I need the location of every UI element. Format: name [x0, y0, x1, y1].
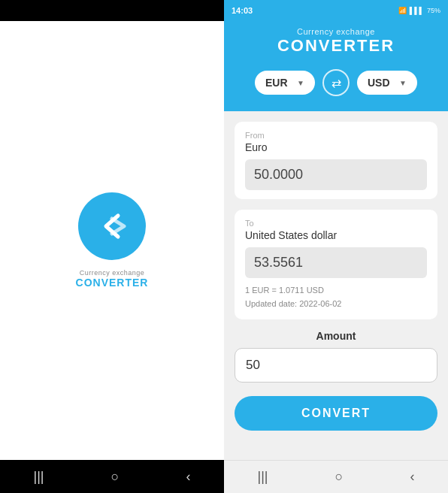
amount-input-wrap [235, 348, 437, 383]
from-currency-dropdown[interactable]: EUR ▼ [255, 71, 315, 95]
from-value: 50.0000 [245, 159, 427, 190]
app-subtitle: Currency exchange [236, 27, 436, 36]
to-currency-arrow: ▼ [399, 79, 407, 87]
from-result-card: From Euro 50.0000 [235, 122, 437, 199]
exchange-rate-info: 1 EUR = 1.0711 USD Updated date: 2022-06… [245, 284, 427, 310]
right-home-icon[interactable]: ○ [335, 469, 344, 485]
left-menu-icon[interactable]: ||| [34, 469, 44, 485]
from-currency-name: Euro [245, 141, 427, 153]
status-bar: 14:03 📶 ▌▌▌ 75% [224, 0, 448, 21]
amount-section: Amount [235, 330, 437, 383]
swap-icon: ⇄ [331, 76, 341, 90]
left-logo-title: CONVERTER [76, 277, 149, 289]
content-area: From Euro 50.0000 To United States dolla… [224, 111, 448, 460]
left-content: Currency exchange CONVERTER [76, 21, 149, 460]
to-currency-name: United States dollar [245, 229, 427, 241]
currency-selector-row: EUR ▼ ⇄ USD ▼ [224, 69, 448, 111]
app-header: Currency exchange CONVERTER [224, 21, 448, 69]
status-time: 14:03 [232, 6, 253, 15]
from-label: From [245, 131, 427, 140]
wifi-icon: 📶 [398, 7, 407, 14]
from-currency-arrow: ▼ [297, 79, 304, 87]
logo-circle [78, 192, 146, 260]
to-result-card: To United States dollar 53.5561 1 EUR = … [235, 210, 437, 319]
convert-button[interactable]: CONVERT [235, 396, 437, 431]
signal-icon: ▌▌▌ [410, 7, 424, 14]
amount-label: Amount [235, 330, 437, 342]
to-currency-dropdown[interactable]: USD ▼ [357, 71, 417, 95]
status-icons: 📶 ▌▌▌ 75% [398, 7, 440, 14]
to-currency-code: USD [368, 77, 390, 89]
from-currency-code: EUR [265, 77, 288, 89]
right-menu-icon[interactable]: ||| [258, 469, 268, 485]
to-value: 53.5561 [245, 247, 427, 278]
right-back-icon[interactable]: ‹ [410, 469, 414, 485]
left-logo-subtitle: Currency exchange [80, 269, 145, 277]
app-title: CONVERTER [236, 36, 436, 56]
left-nav-bar: ||| ○ ‹ [0, 460, 224, 493]
right-panel: 14:03 📶 ▌▌▌ 75% Currency exchange CONVER… [224, 0, 448, 493]
battery-indicator: 75% [427, 7, 440, 14]
swap-button[interactable]: ⇄ [322, 69, 350, 96]
to-label: To [245, 219, 427, 228]
right-nav-bar: ||| ○ ‹ [224, 460, 448, 493]
left-back-icon[interactable]: ‹ [186, 469, 190, 485]
left-top-bar [0, 0, 224, 21]
amount-input[interactable] [246, 350, 426, 380]
left-home-icon[interactable]: ○ [111, 469, 120, 485]
left-panel: Currency exchange CONVERTER ||| ○ ‹ [0, 0, 224, 493]
